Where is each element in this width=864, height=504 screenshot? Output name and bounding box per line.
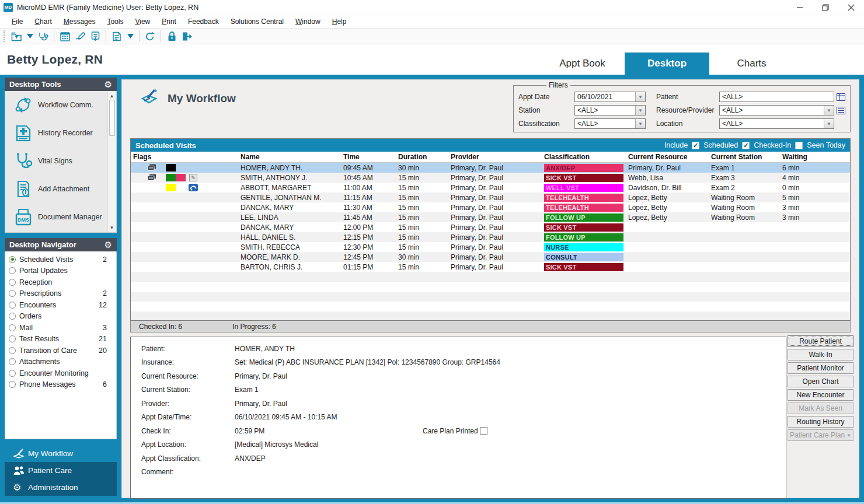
menu-item-feedback[interactable]: Feedback [182, 16, 225, 27]
dropdown-arrow-icon[interactable] [124, 29, 136, 43]
sidebar-item-reception[interactable]: Reception [9, 276, 113, 288]
stethoscope-icon[interactable] [36, 29, 51, 43]
radio-icon[interactable] [9, 279, 16, 286]
tab-desktop[interactable]: Desktop [625, 52, 709, 75]
column-header-flags[interactable]: Flags [131, 152, 238, 162]
patient-monitor-button[interactable]: Patient Monitor [788, 362, 853, 374]
column-header-waiting[interactable]: Waiting [780, 152, 850, 162]
column-header-name[interactable]: Name [238, 152, 341, 162]
menu-item-print[interactable]: Print [156, 16, 182, 27]
open-chart-icon[interactable] [9, 29, 24, 43]
bottom-nav-patient-care[interactable]: Patient Care [5, 462, 117, 479]
tools-scrollbar[interactable]: ▲ ▼ [107, 92, 116, 232]
table-row[interactable]: HOMER, ANDY TH.09:45 AM30 minPrimary, Dr… [131, 163, 850, 173]
menu-item-window[interactable]: Window [290, 16, 326, 27]
patient-lookup-icon[interactable] [836, 93, 845, 102]
checkbox-scheduled[interactable]: ✓ [692, 142, 699, 149]
radio-icon[interactable] [9, 267, 16, 274]
tab-appt-book[interactable]: Appt Book [540, 52, 625, 75]
scroll-down-icon[interactable]: ▼ [110, 223, 114, 232]
classification-select[interactable]: <ALL> ▼ [574, 118, 646, 129]
walk-in-button[interactable]: Walk-In [788, 349, 853, 360]
care-plan-printed-checkbox[interactable] [480, 427, 487, 435]
radio-icon[interactable] [9, 313, 16, 320]
table-row[interactable]: DANCAK, MARY11:30 AM15 minPrimary, Dr. P… [131, 202, 850, 212]
table-row[interactable]: ABBOTT, MARGARET11:00 AM15 minPrimary, D… [131, 183, 850, 192]
import-document-icon[interactable] [88, 29, 103, 43]
table-row[interactable]: DANCAK, MARY12:00 PM15 minPrimary, Dr. P… [131, 222, 850, 232]
exit-icon[interactable] [179, 29, 194, 43]
sidebar-item-mail[interactable]: Mail3 [9, 322, 113, 334]
gear-icon[interactable]: ⚙ [104, 240, 112, 250]
resource-lookup-icon[interactable] [836, 106, 845, 115]
route-patient-button[interactable]: Route Patient [788, 335, 853, 347]
sidebar-item-portal-updates[interactable]: Portal Updates [9, 265, 113, 277]
menu-item-chart[interactable]: Chart [29, 16, 57, 27]
new-encounter-button[interactable]: New Encounter [788, 389, 853, 401]
tool-item-vital-signs[interactable]: Vital Signs [5, 147, 116, 175]
radio-icon[interactable] [9, 290, 16, 297]
location-select[interactable]: <ALL> ▼ [719, 118, 834, 129]
sidebar-item-transition-of-care[interactable]: Transition of Care20 [9, 345, 113, 356]
calendar-icon[interactable] [57, 29, 72, 43]
menu-item-file[interactable]: File [6, 16, 29, 27]
sidebar-item-attachments[interactable]: Attachments [9, 356, 113, 368]
resource-provider-select[interactable]: <ALL> ▼ [719, 105, 834, 116]
chevron-down-icon[interactable]: ▼ [824, 106, 834, 115]
refresh-icon[interactable] [142, 29, 158, 43]
radio-icon[interactable] [9, 347, 16, 354]
checkbox-seen-today[interactable] [795, 142, 803, 149]
radio-icon[interactable] [9, 370, 16, 377]
table-row[interactable]: LEE, LINDA11:45 AM15 minPrimary, Dr. Pau… [131, 212, 850, 222]
radio-selected-icon[interactable] [9, 256, 16, 263]
gear-icon[interactable]: ⚙ [104, 79, 112, 90]
dropdown-arrow-icon[interactable] [24, 29, 36, 43]
chevron-down-icon[interactable]: ▼ [635, 106, 645, 115]
chevron-down-icon[interactable]: ▼ [635, 92, 645, 102]
patient-input[interactable]: <ALL> [719, 92, 834, 102]
document-note-icon[interactable] [109, 29, 124, 43]
open-chart-button[interactable]: Open Chart [788, 376, 853, 387]
table-row[interactable]: BARTON, CHRIS J.01:15 PM15 minPrimary, D… [131, 262, 850, 272]
menu-item-tools[interactable]: Tools [101, 16, 129, 27]
lock-icon[interactable] [164, 29, 179, 43]
table-row[interactable]: GENTILE, JONATHAN M.11:15 AM15 minPrimar… [131, 192, 850, 202]
menu-item-solutions-central[interactable]: Solutions Central [225, 16, 290, 27]
toolbar-grip[interactable] [4, 30, 6, 42]
sign-icon[interactable] [72, 29, 88, 43]
bottom-nav-administration[interactable]: ⚙Administration [5, 479, 117, 496]
tool-item-document-manager[interactable]: DMSDocument Manager [5, 203, 116, 231]
close-button[interactable] [838, 0, 864, 15]
table-row[interactable]: HALL, DANIEL S.12:15 PM15 minPrimary, Dr… [131, 232, 850, 242]
menu-item-help[interactable]: Help [326, 16, 353, 27]
column-header-current-resource[interactable]: Current Resource [626, 152, 709, 162]
scrollbar-thumb[interactable] [109, 100, 115, 136]
checkbox-checked-in[interactable]: ✓ [742, 142, 750, 149]
radio-icon[interactable] [9, 335, 16, 342]
tab-charts[interactable]: Charts [709, 52, 794, 75]
scroll-up-icon[interactable]: ▲ [110, 92, 114, 100]
restore-button[interactable] [813, 0, 838, 15]
column-header-duration[interactable]: Duration [396, 152, 448, 162]
tool-item-add-attachment[interactable]: Add Attachment [5, 175, 116, 203]
sidebar-item-test-results[interactable]: Test Results21 [9, 334, 113, 345]
radio-icon[interactable] [9, 302, 16, 309]
sidebar-item-prescriptions[interactable]: Prescriptions2 [9, 288, 113, 300]
routing-history-button[interactable]: Routing History [788, 416, 853, 428]
chevron-down-icon[interactable]: ▼ [824, 119, 834, 128]
sidebar-item-phone-messages[interactable]: Phone Messages6 [9, 379, 113, 391]
sidebar-item-scheduled-visits[interactable]: Scheduled Visits2 [9, 254, 113, 265]
sidebar-item-encounters[interactable]: Encounters12 [9, 299, 113, 311]
sidebar-item-encounter-monitoring[interactable]: Encounter Monitoring [9, 368, 113, 379]
radio-icon[interactable] [9, 381, 16, 388]
radio-icon[interactable] [9, 358, 16, 365]
radio-icon[interactable] [9, 324, 16, 331]
column-header-classification[interactable]: Classification [542, 152, 626, 162]
column-header-current-station[interactable]: Current Station [709, 152, 780, 162]
bottom-nav-my-workflow[interactable]: My Workflow [5, 444, 117, 462]
chevron-down-icon[interactable]: ▼ [635, 119, 645, 128]
table-row[interactable]: ✎SMITH, ANTHONY J.10:45 AM15 minPrimary,… [131, 173, 850, 183]
minimize-button[interactable] [787, 0, 813, 15]
tool-item-history-recorder[interactable]: History Recorder [5, 119, 116, 147]
menu-item-messages[interactable]: Messages [58, 16, 102, 27]
